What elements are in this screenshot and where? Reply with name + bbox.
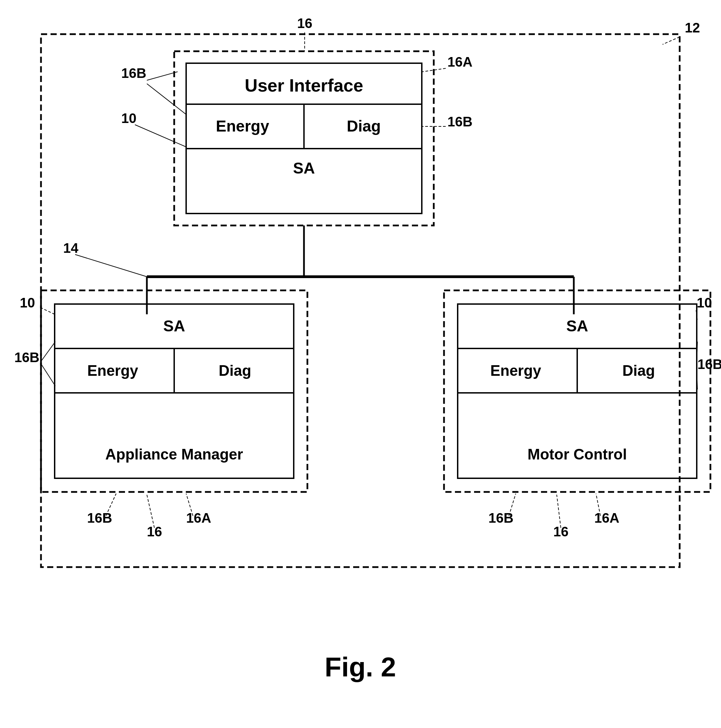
label-10-right: 10 (697, 295, 712, 310)
label-10-left-line (40, 307, 55, 314)
label-16B-left1-line1 (42, 342, 55, 360)
label-16B-left1: 16B (14, 350, 39, 365)
label-10-top-line (135, 125, 186, 147)
label-16B-right1: 16B (697, 357, 721, 372)
label-14-line (75, 254, 147, 277)
label-10-left: 10 (20, 295, 35, 310)
top-diag-label: Diag (347, 117, 381, 135)
left-diag-label: Diag (218, 362, 251, 379)
top-ui-label: User Interface (245, 75, 364, 95)
label-16B-top1: 16B (121, 66, 146, 81)
right-energy-label: Energy (490, 362, 541, 379)
label-16B-right2: 16B (489, 510, 513, 525)
label-16B-bracket2 (147, 84, 186, 115)
label-16B-bracket1 (147, 72, 177, 80)
label-12-line (663, 37, 680, 44)
label-16B-left2: 16B (87, 510, 112, 525)
label-16A-top: 16A (448, 54, 472, 69)
label-14: 14 (63, 240, 79, 255)
right-diag-label: Diag (622, 362, 655, 379)
top-energy-label: Energy (216, 117, 269, 135)
right-motor-control-label: Motor Control (528, 446, 627, 463)
label-12: 12 (685, 20, 700, 35)
top-sa-label: SA (293, 159, 315, 177)
outer-box-12 (41, 34, 680, 567)
figure-caption: Fig. 2 (325, 652, 396, 682)
label-16-top: 16 (297, 16, 313, 31)
label-10-top: 10 (121, 111, 137, 126)
label-16-left-line (147, 495, 154, 528)
left-sa-label: SA (163, 317, 185, 335)
label-16-right-line (557, 495, 561, 528)
right-sa-label: SA (566, 317, 588, 335)
label-16A-right: 16A (594, 510, 619, 525)
left-appliance-manager-label: Appliance Manager (105, 446, 243, 463)
label-16-left: 16 (147, 524, 162, 539)
left-energy-label: Energy (87, 362, 138, 379)
label-16A-left: 16A (186, 510, 211, 525)
label-16B-top2: 16B (448, 114, 472, 129)
label-16B-left1-line2 (42, 365, 55, 386)
